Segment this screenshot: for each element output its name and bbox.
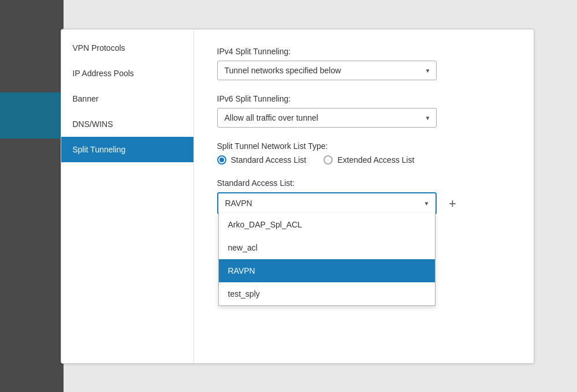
radio-extended[interactable]: Extended Access List	[323, 155, 414, 165]
sidebar-item-split-tunneling[interactable]: Split Tunneling	[61, 137, 193, 162]
dropdown-item-ravpn[interactable]: RAVPN	[219, 259, 435, 282]
sidebar-item-vpn-protocols[interactable]: VPN Protocols	[61, 35, 193, 61]
radio-standard-circle	[217, 155, 226, 165]
ipv6-select[interactable]: Allow all traffic over tunnel	[217, 108, 437, 128]
radio-extended-circle	[323, 155, 333, 165]
main-panel: VPN Protocols IP Address Pools Banner DN…	[61, 29, 534, 364]
access-list-dropdown-arrow: ▼	[424, 200, 430, 206]
left-sidebar-bar	[0, 0, 64, 392]
sidebar-item-banner[interactable]: Banner	[61, 86, 193, 111]
standard-access-list-label: Standard Access List:	[217, 178, 511, 188]
radio-extended-label: Extended Access List	[337, 155, 414, 165]
ipv4-select-wrapper: Tunnel networks specified below ▼	[217, 61, 437, 80]
dropdown-item-new-acl[interactable]: new_acl	[219, 236, 435, 259]
ipv6-select-wrapper: Allow all traffic over tunnel ▼	[217, 108, 437, 128]
standard-access-list-select[interactable]: RAVPN ▼ Arko_DAP_Spl_ACL new_acl RAVP	[217, 192, 437, 214]
ipv4-field-group: IPv4 Split Tunneling: Tunnel networks sp…	[217, 47, 511, 80]
ipv4-select[interactable]: Tunnel networks specified below	[217, 61, 437, 80]
page-container: VPN Protocols IP Address Pools Banner DN…	[0, 0, 577, 392]
dropdown-item-test-sply[interactable]: test_sply	[219, 282, 435, 305]
radio-group: Standard Access List Extended Access Lis…	[217, 155, 511, 165]
ipv4-label: IPv4 Split Tunneling:	[217, 47, 511, 56]
add-access-list-button[interactable]: +	[444, 195, 462, 213]
sidebar-item-dns-wins[interactable]: DNS/WINS	[61, 111, 193, 137]
ipv6-field-group: IPv6 Split Tunneling: Allow all traffic …	[217, 94, 511, 128]
dropdown-selected-value: RAVPN ▼	[218, 193, 435, 213]
network-list-type-label: Split Tunnel Network List Type:	[217, 141, 511, 151]
dropdown-list: Arko_DAP_Spl_ACL new_acl RAVPN test_sply	[218, 213, 435, 306]
dropdown-open-container: RAVPN ▼ Arko_DAP_Spl_ACL new_acl RAVP	[217, 192, 462, 214]
sidebar-item-ip-address-pools[interactable]: IP Address Pools	[61, 61, 193, 86]
radio-standard[interactable]: Standard Access List	[217, 155, 307, 165]
network-list-type-group: Split Tunnel Network List Type: Standard…	[217, 141, 511, 165]
sidebar: VPN Protocols IP Address Pools Banner DN…	[61, 29, 194, 363]
radio-standard-label: Standard Access List	[231, 155, 307, 165]
standard-access-list-group: Standard Access List: RAVPN ▼ Arko_DAP_S…	[217, 178, 511, 214]
left-bar-accent	[0, 92, 64, 139]
content-area: IPv4 Split Tunneling: Tunnel networks sp…	[194, 29, 534, 363]
ipv6-label: IPv6 Split Tunneling:	[217, 94, 511, 103]
dropdown-item-arko[interactable]: Arko_DAP_Spl_ACL	[219, 213, 435, 236]
